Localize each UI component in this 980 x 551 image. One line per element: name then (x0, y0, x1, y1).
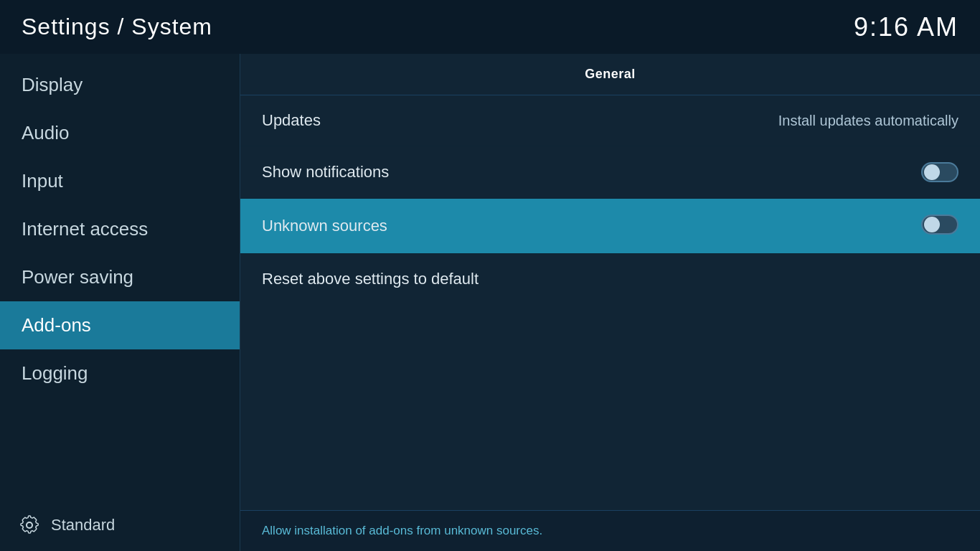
updates-label: Updates (262, 111, 321, 130)
footer-description: Allow installation of add-ons from unkno… (262, 524, 542, 537)
content-footer: Allow installation of add-ons from unkno… (240, 510, 980, 551)
sidebar-item-display[interactable]: Display (0, 61, 240, 109)
header: Settings / System 9:16 AM (0, 0, 980, 54)
main-layout: Display Audio Input Internet access Powe… (0, 54, 980, 551)
sidebar-item-audio[interactable]: Audio (0, 109, 240, 157)
unknown-sources-toggle-container (921, 215, 958, 237)
show-notifications-label: Show notifications (262, 163, 389, 182)
sidebar-item-logging[interactable]: Logging (0, 349, 240, 397)
sidebar-item-power-saving[interactable]: Power saving (0, 253, 240, 301)
setting-row-show-notifications[interactable]: Show notifications (240, 146, 980, 199)
toggle-knob-unknown (924, 217, 940, 232)
setting-row-unknown-sources[interactable]: Unknown sources (240, 199, 980, 254)
clock: 9:16 AM (854, 12, 958, 42)
sidebar-item-internet-access[interactable]: Internet access (0, 205, 240, 253)
sidebar-item-add-ons[interactable]: Add-ons (0, 301, 240, 349)
sidebar: Display Audio Input Internet access Powe… (0, 54, 240, 551)
unknown-sources-label: Unknown sources (262, 217, 387, 235)
reset-label: Reset above settings to default (262, 270, 479, 288)
content-inner: General Updates Install updates automati… (240, 54, 980, 510)
settings-level-standard[interactable]: Standard (0, 499, 240, 551)
sidebar-item-input[interactable]: Input (0, 157, 240, 205)
setting-row-updates[interactable]: Updates Install updates automatically (240, 95, 980, 146)
unknown-sources-toggle[interactable] (921, 215, 958, 235)
gear-icon (18, 514, 41, 537)
toggle-knob (924, 164, 940, 180)
content-area: General Updates Install updates automati… (240, 54, 980, 551)
show-notifications-toggle[interactable] (921, 162, 958, 182)
section-header-general: General (240, 54, 980, 95)
setting-row-reset[interactable]: Reset above settings to default (240, 254, 980, 304)
settings-level-label: Standard (51, 516, 115, 534)
page-title: Settings / System (22, 14, 212, 40)
updates-value: Install updates automatically (778, 113, 958, 129)
